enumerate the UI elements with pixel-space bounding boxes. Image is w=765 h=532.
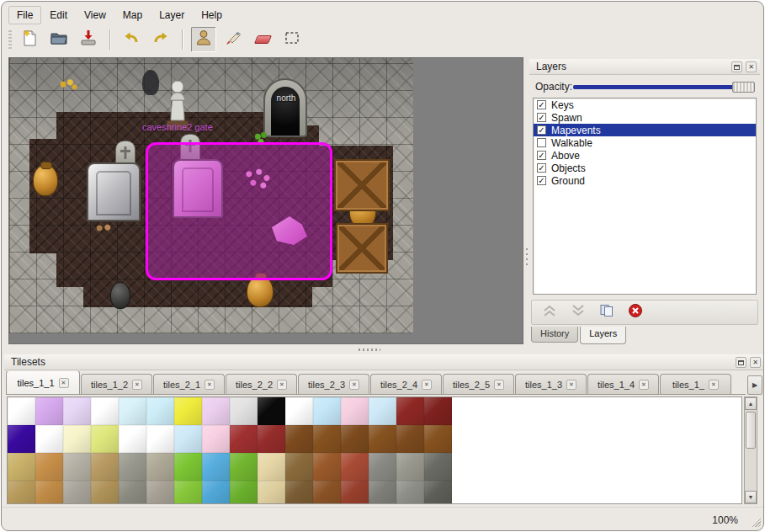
layer-checkbox[interactable]	[537, 163, 546, 173]
palette-tile[interactable]	[119, 397, 146, 425]
palette-tile[interactable]	[35, 397, 63, 425]
tab-close-icon[interactable]	[349, 380, 359, 390]
palette-tile[interactable]	[91, 453, 119, 481]
new-file-button[interactable]	[17, 27, 42, 52]
tileset-tab[interactable]: tiles_2_1	[153, 374, 225, 394]
palette-tile[interactable]	[258, 453, 285, 481]
palette-tile[interactable]	[313, 397, 341, 425]
layer-checkbox[interactable]	[537, 138, 546, 147]
palette-tile[interactable]	[313, 425, 341, 453]
palette-tile[interactable]	[258, 397, 285, 425]
palette-tile[interactable]	[258, 425, 285, 453]
palette-tile[interactable]	[91, 425, 119, 453]
palette-tile[interactable]	[424, 425, 452, 453]
palette-tile[interactable]	[202, 397, 230, 425]
tileset-tab[interactable]: tiles_1_4	[587, 374, 659, 394]
palette-tile[interactable]	[230, 453, 258, 481]
layer-checkbox[interactable]	[537, 125, 546, 135]
tab-close-icon[interactable]	[422, 380, 432, 390]
tileset-tab[interactable]: tiles_1_3	[515, 374, 587, 394]
layer-row-ground[interactable]: Ground	[534, 174, 756, 187]
palette-tile[interactable]	[63, 453, 91, 481]
tileset-tab[interactable]: tiles_2_4	[370, 374, 442, 394]
palette-tile[interactable]	[146, 397, 174, 425]
palette-tile[interactable]	[230, 425, 258, 453]
float-panel-button[interactable]	[731, 61, 742, 72]
palette-tile[interactable]	[174, 481, 202, 504]
palette-tile[interactable]	[174, 425, 202, 453]
palette-tile[interactable]	[369, 453, 396, 481]
tab-close-icon[interactable]	[566, 380, 576, 390]
palette-tile[interactable]	[369, 425, 396, 453]
scroll-down-button[interactable]: ▼	[745, 491, 757, 503]
palette-tile[interactable]	[146, 481, 174, 504]
tileset-tab[interactable]: tiles_1_1	[6, 371, 80, 394]
menu-help[interactable]: Help	[193, 6, 231, 24]
opacity-slider[interactable]	[573, 81, 755, 93]
tab-scroll-right-button[interactable]: ▶	[747, 375, 762, 395]
layer-row-above[interactable]: Above	[534, 149, 756, 162]
horizontal-splitter[interactable]	[2, 345, 764, 354]
palette-tile[interactable]	[202, 453, 230, 481]
palette-tile[interactable]	[285, 453, 313, 481]
palette-tile[interactable]	[8, 481, 35, 504]
palette-tile[interactable]	[285, 397, 313, 425]
palette-tile[interactable]	[91, 481, 119, 504]
layer-checkbox[interactable]	[537, 151, 546, 160]
palette-tile[interactable]	[174, 453, 202, 481]
menu-map[interactable]: Map	[114, 6, 151, 24]
scroll-up-button[interactable]: ▲	[745, 397, 757, 410]
palette-tile[interactable]	[230, 397, 258, 425]
tab-close-icon[interactable]	[132, 380, 142, 390]
palette-tile[interactable]	[202, 481, 230, 504]
palette-tile[interactable]	[396, 397, 424, 425]
tileset-tab[interactable]: tiles_2_2	[226, 374, 297, 394]
tileset-tab[interactable]: tiles_1_2	[81, 374, 152, 394]
palette-tile[interactable]	[35, 481, 63, 504]
move-layer-down-button[interactable]	[569, 304, 587, 321]
palette-tile[interactable]	[341, 397, 369, 425]
palette-scrollbar[interactable]: ▲ ▼	[744, 396, 757, 504]
tab-close-icon[interactable]	[205, 380, 215, 390]
close-panel-button close-icon[interactable]	[750, 357, 761, 368]
close-panel-button close-icon[interactable]	[746, 61, 757, 72]
palette-tile[interactable]	[424, 397, 452, 425]
tab-close-icon[interactable]	[277, 380, 287, 390]
delete-layer-button[interactable]	[626, 304, 645, 321]
tileset-tab[interactable]: tiles_1_	[660, 374, 731, 394]
tab-close-icon[interactable]	[494, 380, 504, 390]
resize-grip[interactable]	[750, 516, 761, 527]
palette-tile[interactable]	[369, 481, 396, 504]
move-layer-up-button[interactable]	[540, 304, 559, 321]
palette-tile[interactable]	[91, 397, 119, 425]
menu-edit[interactable]: Edit	[41, 6, 76, 24]
palette-tile[interactable]	[341, 425, 369, 453]
layer-row-keys[interactable]: Keys	[534, 98, 756, 111]
palette-tile[interactable]	[119, 481, 146, 504]
palette-tile[interactable]	[285, 481, 313, 504]
tab-close-icon[interactable]	[639, 380, 649, 390]
palette-tile[interactable]	[396, 453, 424, 481]
tileset-tab[interactable]: tiles_2_5	[443, 374, 514, 394]
palette-tile[interactable]	[285, 425, 313, 453]
scrollbar-thumb[interactable]	[746, 412, 756, 449]
layer-list[interactable]: Keys Spawn Mapevents Walkable Above Obje…	[533, 98, 757, 295]
layer-row-objects[interactable]: Objects	[534, 162, 756, 174]
layer-checkbox[interactable]	[537, 113, 546, 122]
palette-tile[interactable]	[369, 397, 396, 425]
palette-tile[interactable]	[396, 425, 424, 453]
palette-tile[interactable]	[341, 453, 369, 481]
open-file-button[interactable]	[46, 27, 72, 52]
palette-tile[interactable]	[258, 481, 285, 504]
undo-button[interactable]	[119, 27, 144, 52]
palette-tile[interactable]	[63, 425, 91, 453]
palette-tile[interactable]	[119, 425, 146, 453]
palette-tile[interactable]	[8, 425, 35, 453]
layer-checkbox[interactable]	[537, 100, 546, 109]
palette-tile[interactable]	[8, 453, 35, 481]
map-canvas[interactable]: caveshrine2 gate north	[8, 57, 523, 344]
palette-tile[interactable]	[424, 481, 452, 504]
eraser-tool-button[interactable]	[250, 27, 275, 52]
redo-button[interactable]	[148, 27, 173, 52]
rect-select-tool-button[interactable]	[279, 27, 305, 52]
